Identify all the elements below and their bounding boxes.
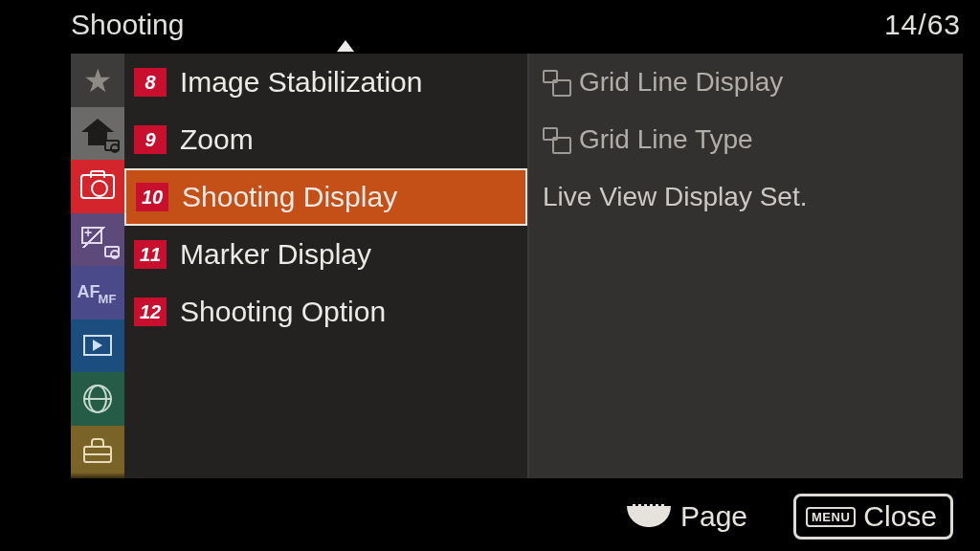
menu-item-marker-display[interactable]: 11 Marker Display <box>124 226 527 283</box>
playback-icon <box>83 335 112 356</box>
submenu-panel: Grid Line Display Grid Line Type Live Vi… <box>529 54 963 478</box>
tab-focus[interactable]: AFMF <box>71 266 124 320</box>
page-label: Page <box>680 500 747 533</box>
menu-body: ★ + AFMF <box>71 54 963 478</box>
menu-list: 8 Image Stabilization 9 Zoom 10 Shooting… <box>124 54 529 478</box>
menu-item-label: Shooting Option <box>180 296 386 328</box>
submenu-item-label: Grid Line Type <box>579 124 753 155</box>
page-counter: 14/63 <box>884 9 961 41</box>
close-label: Close <box>863 500 937 533</box>
menu-item-image-stabilization[interactable]: 8 Image Stabilization <box>124 54 527 111</box>
menu-item-zoom[interactable]: 9 Zoom <box>124 111 527 168</box>
dial-icon <box>627 506 671 527</box>
submenu-item-label: Grid Line Display <box>579 67 783 98</box>
camera-icon <box>80 174 115 199</box>
menu-item-label: Marker Display <box>180 238 371 271</box>
scroll-up-indicator-icon <box>337 40 354 52</box>
submenu-item-grid-line-type[interactable]: Grid Line Type <box>529 111 963 168</box>
focus-icon: AFMF <box>78 282 119 302</box>
submenu-item-live-view-display-set[interactable]: Live View Display Set. <box>529 168 963 226</box>
header-bar: Shooting 14/63 <box>71 6 961 44</box>
footer-bar: Page MENU Close <box>0 490 980 543</box>
tab-playback[interactable] <box>71 320 124 373</box>
tab-main[interactable] <box>71 107 124 161</box>
menu-item-shooting-display[interactable]: 10 Shooting Display <box>124 168 527 226</box>
star-icon: ★ <box>83 64 112 97</box>
header-title: Shooting <box>71 9 184 41</box>
still-video-icon <box>543 70 569 95</box>
menu-item-label: Zoom <box>180 123 254 156</box>
menu-item-number: 8 <box>134 68 167 97</box>
close-button[interactable]: MENU Close <box>793 494 953 540</box>
submenu-item-grid-line-display[interactable]: Grid Line Display <box>529 54 963 111</box>
tab-setup[interactable] <box>71 426 124 479</box>
menu-item-number: 11 <box>134 240 167 269</box>
menu-item-label: Image Stabilization <box>180 66 422 99</box>
menu-item-number: 9 <box>134 125 167 154</box>
tab-network[interactable] <box>71 372 124 426</box>
tab-exposure[interactable]: + <box>71 213 124 267</box>
page-control[interactable]: Page <box>627 500 747 533</box>
tab-shooting[interactable] <box>71 160 124 213</box>
submenu-item-label: Live View Display Set. <box>543 182 808 212</box>
toolbox-icon <box>81 438 114 465</box>
still-video-icon <box>543 127 569 152</box>
camera-menu-screen: Shooting 14/63 ★ + AFMF <box>0 0 980 551</box>
category-sidebar: ★ + AFMF <box>71 54 124 478</box>
menu-item-label: Shooting Display <box>182 181 397 213</box>
exposure-icon: + <box>81 227 114 252</box>
menu-item-number: 12 <box>134 298 167 326</box>
menu-item-shooting-option[interactable]: 12 Shooting Option <box>124 283 527 341</box>
tab-favorites[interactable]: ★ <box>71 54 124 107</box>
menu-badge-icon: MENU <box>806 507 856 527</box>
menu-item-number: 10 <box>136 183 168 211</box>
globe-icon <box>83 385 112 413</box>
home-icon <box>81 119 114 147</box>
